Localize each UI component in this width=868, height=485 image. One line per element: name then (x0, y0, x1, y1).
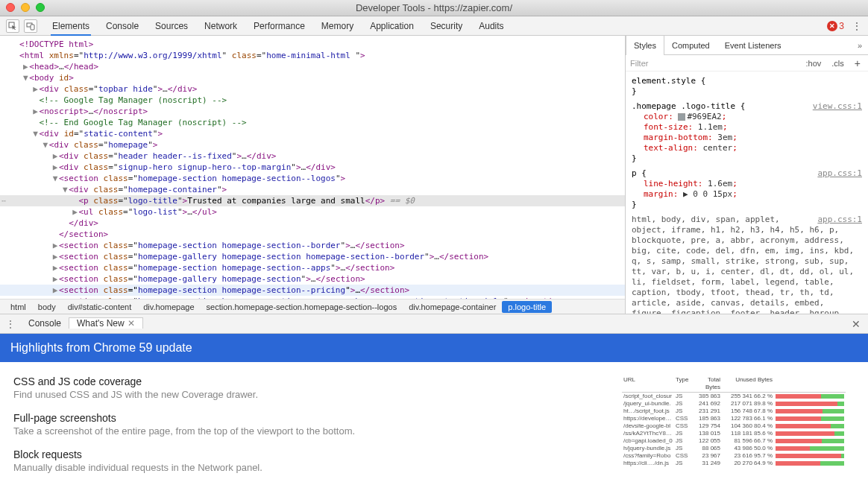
style-rules[interactable]: element.style {}view.css:1.homepage .log… (626, 72, 868, 314)
minimize-window-button[interactable] (21, 3, 30, 12)
dom-node[interactable]: <!-- End Google Tag Manager (noscript) -… (0, 117, 625, 128)
feature-title: Full-page screenshots (13, 412, 607, 424)
styles-tabs-overflow-icon[interactable]: » (852, 36, 868, 54)
error-icon: ✕ (827, 21, 837, 31)
dom-node[interactable]: ▶<div class="header header--is-fixed">…<… (0, 150, 625, 162)
dom-node[interactable]: <html xmlns="http://www.w3.org/1999/xhtm… (0, 50, 625, 61)
breadcrumb-item[interactable]: html (4, 301, 32, 313)
element-picker-icon[interactable] (6, 19, 19, 33)
dom-node[interactable]: ▼<section class="homepage-section homepa… (0, 173, 625, 184)
rule-source-link[interactable]: view.css:1 (813, 101, 862, 112)
dom-node[interactable]: ▼<body id> (0, 72, 625, 83)
coverage-row: /devsite-google-blCSS129 754104 360 80.4… (622, 422, 846, 430)
dom-node[interactable]: ▶<div class="signup-hero signup-hero--to… (0, 162, 625, 173)
dom-node[interactable]: ▶<section class="homepage-gallery homepa… (0, 273, 625, 285)
css-rule[interactable]: app.css:1p {line-height: 1.6em;margin: ▶… (632, 168, 862, 210)
whats-new-features: CSS and JS code coverageFind unused CSS … (13, 375, 607, 485)
styles-tab-event-listeners[interactable]: Event Listeners (717, 36, 789, 54)
dom-node[interactable]: <!DOCTYPE html> (0, 39, 625, 50)
window-title: Developer Tools - https://zapier.com/ (356, 2, 512, 13)
styles-tabs: StylesComputedEvent Listeners» (626, 36, 868, 55)
dom-node[interactable]: ▶<section class="homepage-gallery homepa… (0, 251, 625, 262)
drawer-tabs: ⋮ ConsoleWhat's New✕ ✕ (0, 314, 868, 334)
breadcrumb-item[interactable]: section.homepage-section.homepage-sectio… (201, 301, 403, 313)
coverage-row: ht…/script_foot.jsJS231 291156 748 67.8 … (622, 408, 846, 415)
coverage-row: https://developer…CSS185 863122 783 66.1… (622, 415, 846, 422)
filter-input[interactable]: Filter (630, 59, 799, 68)
coverage-row: https://cli…./dn.jsJS31 24920 270 64.9 % (622, 460, 846, 467)
css-rule[interactable]: app.css:1html, body, div, span, applet, … (632, 215, 862, 314)
window-titlebar: Developer Tools - https://zapier.com/ (0, 0, 868, 16)
drawer-close-icon[interactable]: ✕ (844, 318, 868, 330)
dom-node[interactable]: </section> (0, 229, 625, 240)
elements-panel: <!DOCTYPE html> <html xmlns="http://www.… (0, 36, 625, 314)
dom-node[interactable]: ▶<head>…</head> (0, 61, 625, 72)
coverage-preview: URLTypeTotal BytesUnused Bytes/script_fo… (622, 375, 846, 485)
tab-audits[interactable]: Audits (477, 16, 505, 36)
new-rule-icon[interactable]: + (852, 57, 864, 70)
styles-panel: StylesComputedEvent Listeners» Filter :h… (625, 36, 868, 314)
dom-node[interactable]: ▶<ul class="logo-list">…</ul> (0, 206, 625, 218)
dom-node[interactable]: ▼<div class="homepage-container"> (0, 184, 625, 195)
coverage-row: /jquery_ui-bundle.JS241 692217 071 89.8 … (622, 400, 846, 408)
error-counter[interactable]: ✕ 3 (827, 21, 844, 31)
feature-description: Take a screenshot of the entire page, fr… (13, 425, 607, 437)
drawer-menu-icon[interactable]: ⋮ (0, 319, 21, 329)
rule-source-link[interactable]: app.css:1 (817, 168, 862, 179)
feature-description: Find unused CSS and JS with the new Cove… (13, 389, 607, 400)
device-toggle-icon[interactable] (24, 19, 37, 33)
tab-performance[interactable]: Performance (252, 16, 306, 36)
tab-console[interactable]: Console (104, 16, 140, 36)
main-menu-icon[interactable]: ⋮ (852, 20, 862, 32)
dom-node[interactable]: ▶<noscript>…</noscript> (0, 106, 625, 117)
tab-security[interactable]: Security (429, 16, 464, 36)
feature-description: Manually disable individual requests in … (13, 462, 607, 473)
feature-title: Block requests (13, 448, 607, 460)
cls-toggle[interactable]: .cls (828, 58, 847, 69)
dom-node[interactable]: </div> (0, 218, 625, 229)
error-count: 3 (839, 21, 844, 31)
dom-tree[interactable]: <!DOCTYPE html> <html xmlns="http://www.… (0, 36, 625, 299)
dom-node[interactable]: ▶<section class="homepage-section homepa… (0, 285, 625, 296)
coverage-row: /ss/kA2YtThcY8P…JS138 015118 181 85.6 % (622, 430, 846, 437)
coverage-row: /css?family=RoboCSS23 96723 616 95.7 % (622, 452, 846, 460)
drawer-tab-what-s-new[interactable]: What's New✕ (69, 317, 143, 329)
breadcrumb-item[interactable]: p.logo-title (502, 301, 552, 313)
breadcrumb[interactable]: htmlbodydiv#static-contentdiv.homepagese… (0, 299, 625, 314)
svg-rect-2 (31, 25, 34, 30)
dom-node[interactable]: <p class="logo-title">Trusted at compani… (0, 195, 625, 206)
coverage-row: /cb=gapi.loaded_0JS122 05581 596 66.7 % (622, 437, 846, 445)
zoom-window-button[interactable] (36, 3, 45, 12)
feature-title: CSS and JS code coverage (13, 375, 607, 387)
breadcrumb-item[interactable]: div#static-content (62, 301, 138, 313)
dom-node[interactable]: ▶<section class="homepage-section homepa… (0, 262, 625, 273)
close-window-button[interactable] (6, 3, 15, 12)
dom-node[interactable]: <!-- Google Tag Manager (noscript) --> (0, 95, 625, 106)
css-rule[interactable]: element.style {} (632, 76, 862, 97)
dom-node[interactable]: ▼<div class="homepage"> (0, 139, 625, 150)
hov-toggle[interactable]: :hov (803, 58, 825, 69)
dom-node[interactable]: ▼<div id="static-content"> (0, 128, 625, 139)
tab-elements[interactable]: Elements (51, 16, 91, 36)
breadcrumb-item[interactable]: div.homepage-container (403, 301, 502, 313)
breadcrumb-item[interactable]: div.homepage (137, 301, 200, 313)
rule-source-link[interactable]: app.css:1 (817, 215, 862, 225)
styles-tab-styles[interactable]: Styles (626, 36, 664, 55)
coverage-row: /script_foot_closurJS385 863255 341 66.2… (622, 393, 846, 400)
drawer-tab-console[interactable]: Console (21, 318, 69, 329)
devtools-toolbar: ElementsConsoleSourcesNetworkPerformance… (0, 16, 868, 36)
drawer-tab-close-icon[interactable]: ✕ (128, 318, 135, 329)
panel-tabs: ElementsConsoleSourcesNetworkPerformance… (51, 16, 506, 36)
styles-filter-bar: Filter :hov .cls + (626, 55, 868, 72)
styles-tab-computed[interactable]: Computed (664, 36, 717, 54)
css-rule[interactable]: view.css:1.homepage .logo-title {color: … (632, 101, 862, 164)
dom-node[interactable]: ▶<section class="homepage-section homepa… (0, 240, 625, 251)
tab-sources[interactable]: Sources (154, 16, 189, 36)
dom-node[interactable]: ▶<div class="topbar hide">…</div> (0, 83, 625, 95)
tab-memory[interactable]: Memory (320, 16, 355, 36)
tab-application[interactable]: Application (368, 16, 415, 36)
tab-network[interactable]: Network (203, 16, 239, 36)
drawer: ⋮ ConsoleWhat's New✕ ✕ Highlights from C… (0, 314, 868, 485)
breadcrumb-item[interactable]: body (32, 301, 62, 313)
whats-new-banner: Highlights from Chrome 59 update (0, 334, 868, 362)
